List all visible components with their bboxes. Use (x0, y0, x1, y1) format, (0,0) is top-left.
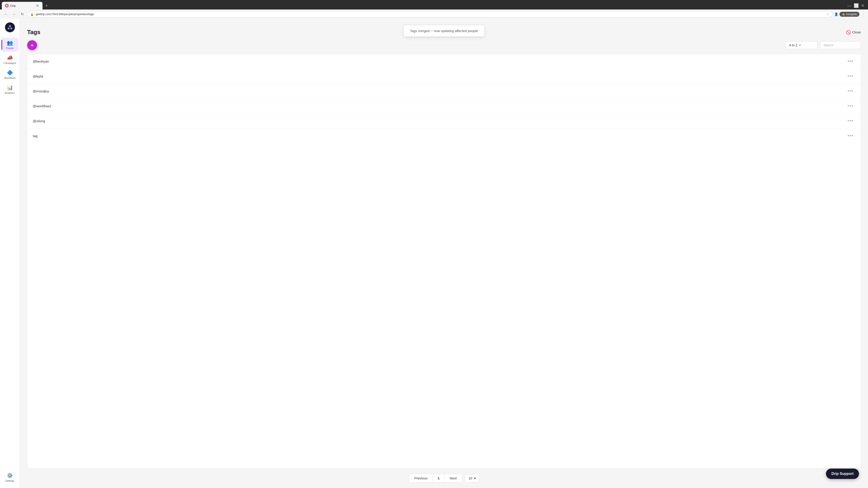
tag-menu-button[interactable]: ••• (846, 133, 855, 139)
sidebar-item-analytics[interactable]: 📊 Analytics (1, 83, 19, 96)
table-row: @beshyas ••• (27, 54, 861, 69)
maximize-button[interactable]: ⬜ (854, 3, 859, 8)
table-row: tag ••• (27, 129, 861, 143)
per-page-value: 10 (468, 476, 472, 480)
back-button[interactable]: ← (3, 11, 9, 18)
sidebar-item-workflows[interactable]: 🔷 Workflows (1, 68, 19, 82)
lock-icon: 🔒 (30, 12, 34, 16)
table-row: @workflow2 ••• (27, 99, 861, 113)
toast-message: Tags merged -- now updating affected peo… (410, 29, 478, 33)
tab-title: Drip (10, 4, 16, 7)
main-content: Tags merged -- now updating affected peo… (20, 19, 868, 488)
url-bar[interactable]: 🔒 getdrip.com/7641396/people/properties#… (27, 11, 833, 18)
tab-close-button[interactable]: ✕ (35, 4, 39, 8)
app-logo[interactable] (5, 22, 15, 32)
next-button[interactable]: Next (444, 474, 463, 483)
tag-name: @zilong (33, 119, 45, 123)
tag-name: tag (33, 134, 37, 138)
tag-name: @moodjoy (33, 89, 49, 93)
tag-name: @workflow2 (33, 104, 51, 108)
people-icon: 👥 (7, 40, 13, 46)
app-container: 👥 People 📣 Campaigns 🔷 Workflows 📊 Analy… (0, 19, 868, 488)
window-controls: — ⬜ ✕ (847, 3, 866, 8)
pagination: Previous 1 Next 10 ▾ (27, 474, 861, 483)
url-text: getdrip.com/7641396/people/properties#ta… (36, 12, 825, 16)
tag-menu-button[interactable]: ••• (846, 58, 855, 65)
svg-point-1 (9, 25, 11, 27)
workflows-icon: 🔷 (7, 70, 13, 76)
url-actions: 👤 🕵️ Incognito ⋮ (834, 11, 865, 17)
svg-point-3 (10, 28, 12, 29)
drip-support-button[interactable]: Drip Support (826, 468, 859, 479)
forward-button[interactable]: → (11, 11, 17, 18)
close-window-button[interactable]: ✕ (861, 3, 864, 8)
toolbar: + A to Z ▾ (27, 40, 861, 50)
active-indicator (1, 40, 2, 50)
settings-icon: ⚙️ (7, 473, 13, 479)
table-row: @layla ••• (27, 69, 861, 84)
toast-notification: Tags merged -- now updating affected peo… (403, 25, 485, 37)
new-tab-button[interactable]: + (43, 2, 50, 9)
tab-bar: Drip ✕ + — ⬜ ✕ (0, 0, 868, 9)
browser-menu-button[interactable]: ⋮ (861, 11, 865, 17)
sidebar-item-campaigns[interactable]: 📣 Campaigns (1, 53, 19, 67)
table-row: @zilong ••• (27, 113, 861, 129)
toolbar-right: A to Z ▾ (786, 41, 861, 49)
incognito-button[interactable]: 🕵️ Incognito (839, 12, 860, 17)
tag-menu-button[interactable]: ••• (846, 118, 855, 124)
incognito-icon: 🕵️ (842, 13, 845, 16)
sidebar-settings-label: Settings (5, 480, 14, 482)
analytics-icon: 📊 (7, 85, 13, 91)
bookmark-icon[interactable]: ☆ (827, 12, 830, 16)
svg-point-2 (8, 28, 9, 29)
page-title: Tags (27, 29, 40, 36)
current-page: 1 (433, 474, 444, 483)
tag-menu-button[interactable]: ••• (846, 88, 855, 94)
close-button[interactable]: 🚫 Close (846, 30, 861, 35)
svg-point-0 (6, 5, 8, 6)
tag-name: @layla (33, 74, 43, 78)
sidebar: 👥 People 📣 Campaigns 🔷 Workflows 📊 Analy… (0, 19, 20, 488)
tag-name: @beshyas (33, 59, 49, 63)
sort-label: A to Z (789, 43, 798, 47)
incognito-label: Incognito (846, 13, 857, 16)
campaigns-icon: 📣 (7, 55, 13, 61)
tag-menu-button[interactable]: ••• (846, 103, 855, 109)
sort-dropdown[interactable]: A to Z ▾ (786, 41, 817, 49)
sidebar-campaigns-label: Campaigns (4, 62, 16, 64)
sidebar-people-wrapper: 👥 People (1, 38, 19, 52)
tab-favicon (5, 4, 8, 7)
tags-list: @beshyas ••• @layla ••• @moodjoy ••• @wo… (27, 54, 861, 468)
sidebar-item-settings[interactable]: ⚙️ Settings (1, 470, 19, 484)
minimize-button[interactable]: — (847, 3, 851, 8)
chevron-down-icon: ▾ (474, 476, 476, 480)
address-bar: ← → ↻ 🔒 getdrip.com/7641396/people/prope… (0, 9, 868, 19)
refresh-button[interactable]: ↻ (19, 11, 25, 18)
sidebar-analytics-label: Analytics (5, 92, 15, 94)
search-input[interactable] (824, 43, 855, 47)
active-tab[interactable]: Drip ✕ (2, 2, 42, 9)
close-label: Close (852, 30, 861, 34)
close-icon: 🚫 (846, 30, 851, 35)
sidebar-workflows-label: Workflows (4, 76, 16, 79)
browser-chrome: Drip ✕ + — ⬜ ✕ ← → ↻ 🔒 getdrip.com/76413… (0, 0, 868, 19)
sidebar-item-people[interactable]: 👥 People (1, 38, 19, 52)
chevron-down-icon: ▾ (799, 43, 801, 47)
per-page-dropdown[interactable]: 10 ▾ (465, 474, 479, 482)
tag-menu-button[interactable]: ••• (846, 73, 855, 79)
previous-button[interactable]: Previous (409, 474, 433, 483)
sidebar-people-label: People (6, 47, 13, 50)
add-tag-button[interactable]: + (27, 40, 37, 50)
search-box (820, 41, 861, 49)
profile-icon[interactable]: 👤 (834, 12, 838, 16)
table-row: @moodjoy ••• (27, 84, 861, 99)
